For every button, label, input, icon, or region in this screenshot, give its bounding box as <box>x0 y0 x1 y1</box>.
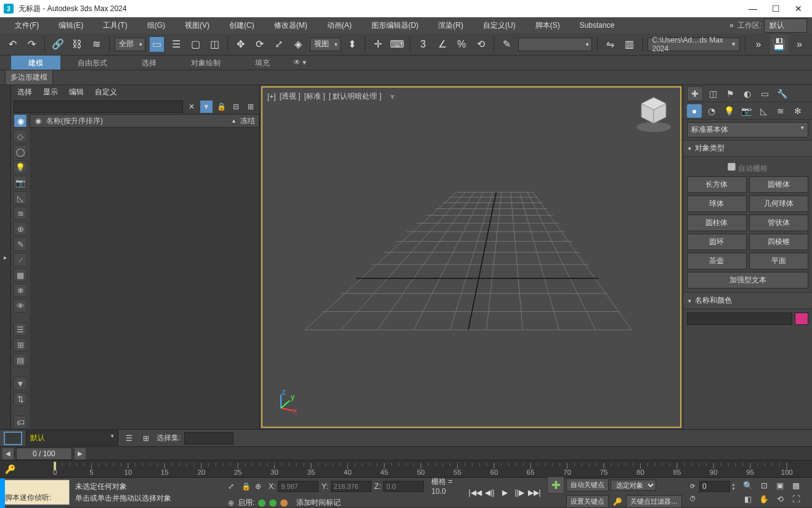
zoom-extents-button[interactable]: ▣ <box>773 480 787 492</box>
set-key-button[interactable]: 设置关键点 <box>566 495 609 508</box>
sphere-button[interactable]: 球体 <box>687 195 747 212</box>
menu-create[interactable]: 创建(C) <box>219 18 264 33</box>
textplus-button[interactable]: 加强型文本 <box>687 272 808 289</box>
enable-dot-1[interactable] <box>258 499 266 507</box>
close-button[interactable]: ✕ <box>795 4 802 14</box>
cameras-subtab-icon[interactable]: 📷 <box>739 104 753 118</box>
clear-search-icon[interactable]: ✕ <box>185 100 198 113</box>
move-button[interactable]: ✥ <box>233 36 248 52</box>
zoom-extents-all-button[interactable]: ▦ <box>789 480 803 492</box>
layer-add-icon[interactable]: ⊞ <box>139 432 153 445</box>
pan-button[interactable]: ✋ <box>757 493 771 506</box>
menu-group[interactable]: 组(G) <box>137 18 175 33</box>
scene-list-header[interactable]: ◉ 名称(按升序排序) ▲ 冻结 <box>30 114 259 128</box>
se-tab-edit[interactable]: 编辑 <box>69 87 84 97</box>
scene-list-body[interactable] <box>30 128 259 429</box>
menu-script[interactable]: 脚本(S) <box>526 18 570 33</box>
scene-search-input[interactable] <box>14 100 183 113</box>
pyramid-button[interactable]: 四棱锥 <box>749 234 809 250</box>
enable-dot-3[interactable] <box>280 499 288 507</box>
geosphere-button[interactable]: 几何球体 <box>749 195 809 212</box>
tube-button[interactable]: 管状体 <box>749 215 809 231</box>
menu-substance[interactable]: Substance <box>570 18 625 32</box>
auto-grid-checkbox[interactable]: 自动栅格 <box>687 160 808 176</box>
hierarchy-tab-icon[interactable]: ⚑ <box>723 87 737 100</box>
maximize-button[interactable]: ☐ <box>772 4 780 14</box>
object-name-input[interactable] <box>687 313 792 325</box>
placement-button[interactable]: ◈ <box>290 36 306 52</box>
align-button[interactable]: ▥ <box>622 36 637 52</box>
filter-lights-icon[interactable]: 💡 <box>14 160 27 174</box>
ribbon-tab-paint[interactable]: 对象绘制 <box>174 55 238 70</box>
header-name-col[interactable]: 名称(按升序排序) <box>46 116 231 126</box>
motion-tab-icon[interactable]: ◐ <box>740 87 755 100</box>
key-target-dropdown[interactable]: 选定对象 <box>611 480 656 491</box>
key-mode-icon[interactable]: 🔑 <box>5 464 15 474</box>
ribbon-tab-modeling[interactable]: 建模 <box>11 55 60 70</box>
window-crossing-button[interactable]: ◫ <box>207 36 222 52</box>
viewport-filter-icon[interactable]: ▼ <box>389 92 396 101</box>
menu-customize[interactable]: 自定义(U) <box>473 18 526 33</box>
systems-subtab-icon[interactable]: ✻ <box>790 104 805 118</box>
selection-filter-dropdown[interactable]: 全部 <box>115 38 145 51</box>
selection-set-dropdown[interactable] <box>184 432 233 444</box>
maximize-viewport-button[interactable]: ⛶ <box>789 493 803 506</box>
sort-icon[interactable]: ⇅ <box>14 392 27 406</box>
snap-toggle-button[interactable]: 3 <box>415 36 431 52</box>
mirror-button[interactable]: ⇋ <box>603 36 618 52</box>
spinner-snap-button[interactable]: ⟲ <box>473 36 489 52</box>
filter-hidden-icon[interactable]: 👁 <box>14 299 27 313</box>
project-path-field[interactable]: C:\Users\Ad…ds Max 2024 ▾ <box>648 38 740 51</box>
menu-modifiers[interactable]: 修改器(M) <box>264 18 317 33</box>
tree-view-icon[interactable]: ⊞ <box>14 338 27 351</box>
loop-button[interactable]: ⟳ <box>687 481 698 492</box>
named-selection-dropdown[interactable] <box>518 38 592 51</box>
rollout-object-type[interactable]: 对象类型 <box>683 140 812 157</box>
scale-button[interactable]: ⤢ <box>271 36 286 52</box>
display-children-icon[interactable]: ⊟ <box>230 100 242 113</box>
viewcube-icon[interactable] <box>632 91 675 134</box>
keyboard-shortcut-button[interactable]: ⌨ <box>389 36 405 52</box>
se-tab-display[interactable]: 显示 <box>43 87 58 97</box>
frame-spinner[interactable] <box>699 481 730 492</box>
filter-geometry-icon[interactable]: ◇ <box>14 129 27 143</box>
helpers-subtab-icon[interactable]: ◺ <box>756 104 771 118</box>
link-button[interactable]: 🔗 <box>50 36 65 52</box>
next-frame-button[interactable]: ||▶ <box>513 486 526 499</box>
bind-space-warp-button[interactable]: ≋ <box>89 36 104 52</box>
se-tab-select[interactable]: 选择 <box>17 87 32 97</box>
modify-tab-icon[interactable]: ◫ <box>705 87 720 100</box>
viewport-label[interactable]: [+] [透视 ] [标准 ] [ 默认明暗处理 ] ▼ <box>267 91 396 102</box>
timeslider-next-icon[interactable]: ▶ <box>75 448 86 459</box>
timeslider-handle[interactable]: 0 / 100 <box>16 448 72 460</box>
select-by-name-button[interactable]: ☰ <box>168 36 184 52</box>
create-tab-icon[interactable]: ✚ <box>687 86 703 101</box>
lock-icon[interactable]: 🔒 <box>215 100 227 113</box>
ref-coord-dropdown[interactable]: 视图 <box>310 38 341 51</box>
perspective-viewport[interactable]: [+] [透视 ] [标准 ] [ 默认明暗处理 ] ▼ z x y <box>261 86 681 428</box>
filter-helpers-icon[interactable]: ◺ <box>14 191 27 205</box>
tag-icon[interactable]: 🏷 <box>14 416 27 429</box>
menu-render[interactable]: 渲染(R) <box>428 18 473 33</box>
filter-toggle-icon[interactable]: ▼ <box>200 100 213 113</box>
ribbon-tab-freeform[interactable]: 自由形式 <box>60 55 124 70</box>
filter-bone-icon[interactable]: ⟋ <box>14 253 27 266</box>
filter-frozen-icon[interactable]: ❄ <box>14 284 27 297</box>
layer-view-icon[interactable]: ▤ <box>14 353 27 367</box>
add-key-button[interactable]: ✚ <box>547 477 564 494</box>
menu-tools[interactable]: 工具(T) <box>93 18 137 33</box>
coord-x-input[interactable] <box>278 481 319 492</box>
filter-container-icon[interactable]: ▦ <box>14 268 27 282</box>
coord-z-input[interactable] <box>383 481 424 492</box>
display-influences-icon[interactable]: ⊞ <box>245 100 257 113</box>
geometry-subtab-icon[interactable]: ● <box>687 104 702 118</box>
rotate-button[interactable]: ⟳ <box>252 36 267 52</box>
toolbar-overflow-icon[interactable]: » <box>750 36 766 52</box>
timeslider-prev-icon[interactable]: ◀ <box>2 448 14 459</box>
menu-graph[interactable]: 图形编辑器(D) <box>362 18 429 33</box>
header-freeze-col[interactable]: 冻结 <box>240 116 255 126</box>
object-color-swatch[interactable] <box>795 313 808 325</box>
prev-frame-button[interactable]: ◀|| <box>483 486 497 499</box>
ribbon-tab-selection[interactable]: 选择 <box>124 55 174 70</box>
zoom-button[interactable]: 🔍 <box>741 480 755 492</box>
